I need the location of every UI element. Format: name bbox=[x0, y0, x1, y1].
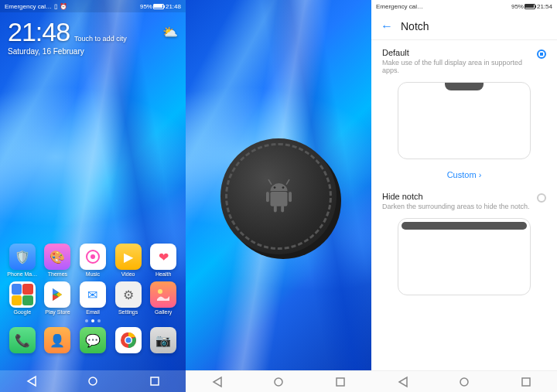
svg-rect-12 bbox=[270, 192, 287, 206]
dock-chrome[interactable] bbox=[112, 327, 145, 353]
svg-point-5 bbox=[125, 338, 131, 343]
clock-time: 21:48 bbox=[8, 17, 70, 47]
weather-icon[interactable]: ⛅ bbox=[162, 25, 178, 39]
nav-bar bbox=[186, 370, 371, 392]
status-time: 21:54 bbox=[537, 3, 552, 10]
radio-unselected-icon[interactable] bbox=[537, 193, 546, 203]
nav-recent[interactable] bbox=[507, 374, 545, 390]
svg-rect-14 bbox=[289, 192, 292, 202]
app-email[interactable]: ✉Email bbox=[77, 281, 109, 315]
nav-back[interactable] bbox=[12, 373, 50, 389]
page-indicator[interactable] bbox=[6, 319, 179, 322]
nav-home[interactable] bbox=[73, 373, 112, 389]
option-subtitle: Make use of the full display area in sup… bbox=[382, 59, 537, 74]
svg-point-17 bbox=[275, 378, 282, 386]
svg-rect-20 bbox=[522, 378, 530, 386]
svg-rect-7 bbox=[151, 377, 159, 385]
svg-rect-13 bbox=[266, 192, 269, 202]
carrier-label: Emergency cal… bbox=[5, 3, 52, 10]
nav-recent[interactable] bbox=[135, 373, 174, 389]
app-play-store[interactable]: Play Store bbox=[42, 281, 74, 315]
nav-home[interactable] bbox=[259, 374, 298, 390]
nav-back[interactable] bbox=[383, 374, 422, 390]
svg-rect-18 bbox=[337, 378, 344, 386]
nav-back[interactable] bbox=[197, 374, 236, 390]
clock-date: Saturday, 16 February bbox=[0, 47, 186, 59]
add-city-link[interactable]: Touch to add city bbox=[74, 35, 127, 43]
radio-selected-icon[interactable] bbox=[537, 49, 546, 59]
dock-camera[interactable]: 📷 bbox=[147, 327, 179, 353]
carrier-label: Emergency cal… bbox=[376, 3, 423, 10]
option-default[interactable]: Default Make use of the full display are… bbox=[371, 40, 557, 184]
clock-widget[interactable]: 21:48 Touch to add city ⛅ bbox=[0, 12, 186, 47]
app-gallery[interactable]: Gallery bbox=[147, 281, 179, 315]
sim-icon: ▯ bbox=[54, 3, 57, 10]
android-oreo-logo[interactable] bbox=[220, 138, 337, 254]
svg-line-8 bbox=[268, 180, 271, 185]
page-title: Notch bbox=[401, 20, 429, 32]
preview-hide-notch bbox=[398, 218, 531, 295]
app-music[interactable]: Music bbox=[77, 244, 109, 277]
svg-point-19 bbox=[460, 378, 468, 386]
alarm-icon: ⏰ bbox=[60, 3, 67, 10]
svg-point-10 bbox=[273, 186, 275, 189]
svg-point-11 bbox=[282, 186, 284, 189]
dock-phone[interactable]: 📞 bbox=[6, 327, 39, 353]
option-subtitle: Darken the surrounding areas to hide the… bbox=[382, 203, 530, 210]
app-phone-manager[interactable]: 🛡️Phone Ma… bbox=[6, 244, 39, 277]
notch-settings-screen: Emergency cal… 95% 21:54 ← Notch Default… bbox=[371, 0, 557, 392]
svg-point-6 bbox=[89, 377, 97, 385]
option-hide-notch[interactable]: Hide notch Darken the surrounding areas … bbox=[371, 184, 557, 295]
svg-point-2 bbox=[158, 289, 162, 294]
dock-messages[interactable]: 💬 bbox=[77, 327, 109, 353]
battery-indicator: 95% bbox=[140, 3, 164, 10]
nav-recent[interactable] bbox=[321, 374, 360, 390]
app-video[interactable]: ▶Video bbox=[112, 244, 145, 277]
dock-contacts[interactable]: 👤 bbox=[42, 327, 74, 353]
option-title: Hide notch bbox=[382, 192, 530, 201]
svg-point-1 bbox=[91, 254, 95, 259]
status-time: 21:48 bbox=[166, 3, 181, 10]
app-health[interactable]: ❤Health bbox=[147, 244, 179, 277]
svg-rect-15 bbox=[273, 206, 276, 213]
svg-rect-16 bbox=[281, 206, 284, 213]
battery-indicator: 95% bbox=[511, 3, 535, 10]
settings-header: ← Notch bbox=[371, 12, 557, 40]
nav-home[interactable] bbox=[445, 374, 484, 390]
svg-line-9 bbox=[286, 180, 289, 185]
oreo-screen bbox=[186, 0, 371, 392]
status-bar: Emergency cal… ▯ ⏰ 95% 21:48 bbox=[0, 0, 186, 12]
app-grid: 🛡️Phone Ma… 🎨Themes Music ▶Video ❤Health… bbox=[0, 244, 186, 358]
preview-default bbox=[398, 82, 531, 159]
nav-bar bbox=[371, 370, 557, 392]
app-google-folder[interactable]: Google bbox=[6, 281, 39, 315]
option-title: Default bbox=[382, 48, 537, 57]
back-button[interactable]: ← bbox=[381, 19, 393, 33]
hidden-notch-graphic bbox=[402, 222, 527, 230]
home-screen: Emergency cal… ▯ ⏰ 95% 21:48 21:48 Touch… bbox=[0, 0, 186, 392]
app-settings[interactable]: ⚙Settings bbox=[112, 281, 145, 315]
android-icon bbox=[258, 175, 300, 217]
status-bar: Emergency cal… 95% 21:54 bbox=[371, 0, 557, 12]
nav-bar bbox=[0, 370, 186, 392]
notch-graphic bbox=[445, 83, 484, 90]
custom-link[interactable]: Custom bbox=[382, 165, 546, 184]
app-themes[interactable]: 🎨Themes bbox=[42, 244, 74, 277]
